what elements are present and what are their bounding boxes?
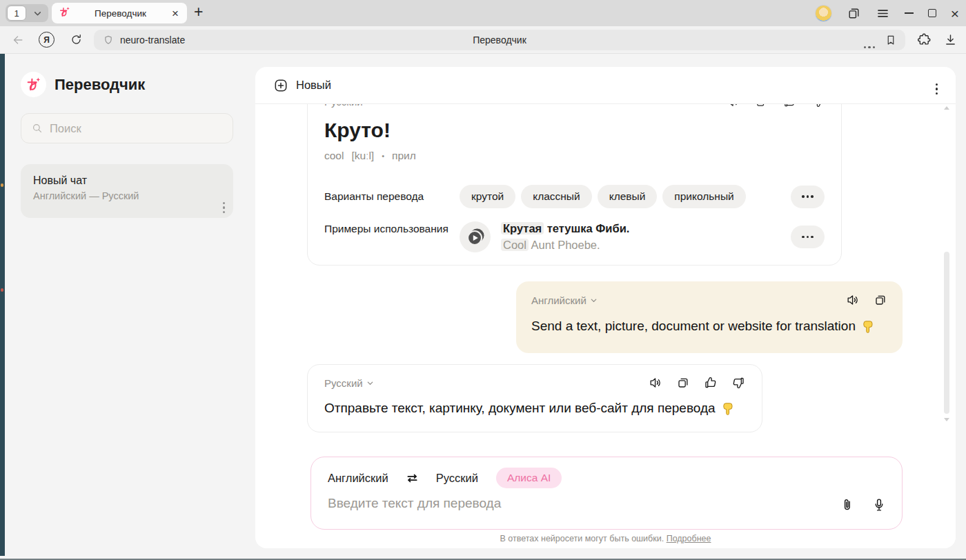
result-language-selector[interactable]: Русский xyxy=(324,104,374,108)
window-maximize-button[interactable] xyxy=(928,9,936,17)
pointing-down-emoji xyxy=(720,401,735,416)
play-example-button[interactable] xyxy=(460,221,491,252)
window-close-button[interactable]: × xyxy=(951,6,959,21)
source-language-button[interactable]: Английский xyxy=(328,472,388,485)
bot-message-text: Отправьте текст, картинку, документ или … xyxy=(324,401,735,416)
target-language-button[interactable]: Русский xyxy=(436,472,478,485)
chat-title: Новый чат xyxy=(33,174,221,187)
search-icon xyxy=(31,122,43,134)
copy-icon[interactable] xyxy=(874,293,887,307)
tab-favicon-translate-icon xyxy=(59,6,70,21)
omnibox-page-title: Переводчик xyxy=(94,34,905,46)
address-bar[interactable]: neuro-translate Переводчик xyxy=(94,30,905,50)
composer: Английский Русский Алиса AI xyxy=(310,457,903,530)
browser-toolbar: Я neuro-translate Переводчик xyxy=(0,26,966,54)
scrollbar-up-arrow[interactable] xyxy=(944,106,949,110)
variants-label: Варианты перевода xyxy=(324,190,460,203)
scrollbar-thumb[interactable] xyxy=(944,252,949,414)
scrollbar-down-arrow[interactable] xyxy=(944,418,949,421)
listen-icon[interactable] xyxy=(846,293,860,307)
bot-message-card: Русский Отправьте текст, картинку, докум… xyxy=(307,364,762,432)
variants-row: Варианты перевода крутой классный клевый… xyxy=(324,185,825,208)
thumb-down-icon[interactable] xyxy=(731,376,745,390)
variant-chip[interactable]: прикольный xyxy=(662,185,745,208)
plus-square-icon[interactable] xyxy=(273,78,288,93)
browser-titlebar: 1 Переводчик × + × xyxy=(0,0,966,26)
listen-icon[interactable] xyxy=(649,376,662,390)
tab-counter-group[interactable]: 1 xyxy=(6,4,48,22)
tab-counter[interactable]: 1 xyxy=(7,6,26,21)
headword: Круто! xyxy=(324,119,391,142)
swap-languages-icon[interactable] xyxy=(405,471,420,486)
download-icon[interactable] xyxy=(943,32,958,47)
example-text: Крутая тетушка Фиби. Cool Aunt Phoebe. xyxy=(501,222,629,252)
back-arrow-icon[interactable] xyxy=(11,33,25,47)
yandex-logo[interactable]: Я xyxy=(39,32,55,48)
chat-kebab-menu-icon[interactable] xyxy=(223,194,226,213)
more-variants-button[interactable] xyxy=(791,186,825,208)
app-title: Переводчик xyxy=(55,76,145,94)
variant-chip[interactable]: классный xyxy=(521,185,591,208)
disclaimer-link[interactable]: Подробнее xyxy=(667,534,711,543)
chat-list-item[interactable]: Новый чат Английский — Русский xyxy=(21,164,233,218)
bookmark-icon[interactable] xyxy=(885,34,897,46)
sidebar: Переводчик Новый чат Английский — Русски… xyxy=(5,54,255,556)
user-message-text: Send a text, picture, document or websit… xyxy=(531,319,875,334)
browser-side-panel-strip[interactable] xyxy=(0,54,5,556)
thumb-down-icon[interactable] xyxy=(811,104,825,108)
chat-subtitle: Английский — Русский xyxy=(33,190,221,201)
refresh-icon[interactable] xyxy=(70,33,83,46)
search-input[interactable] xyxy=(50,122,215,135)
examples-label: Примеры использования xyxy=(324,221,460,237)
copy-icon[interactable] xyxy=(676,376,690,390)
header-kebab-menu-icon[interactable] xyxy=(936,76,938,94)
chat-scroll-area[interactable]: Русский Круто! cool [kuːl] • прил Вариан… xyxy=(255,104,956,441)
browser-tab[interactable]: Переводчик × xyxy=(52,3,187,23)
new-chat-button[interactable]: Новый xyxy=(296,79,331,92)
user-message-bubble: Английский Send a text, picture, documen… xyxy=(516,281,903,353)
examples-row: Примеры использования Крутая тетушка Фиб… xyxy=(324,221,825,252)
copy-icon[interactable] xyxy=(755,104,768,108)
translate-logo xyxy=(21,72,46,97)
translate-input[interactable] xyxy=(328,496,783,511)
tab-close-icon[interactable]: × xyxy=(170,8,180,19)
transcription: [kuːl] xyxy=(351,150,374,162)
new-tab-button[interactable]: + xyxy=(194,3,203,21)
search-box[interactable] xyxy=(21,113,233,143)
paperclip-icon[interactable] xyxy=(840,497,855,512)
message-language-selector[interactable]: Русский xyxy=(324,377,374,389)
more-dots-icon[interactable] xyxy=(864,39,876,51)
example-target-highlight: Крутая xyxy=(501,222,544,234)
profile-avatar[interactable] xyxy=(815,5,832,22)
extensions-puzzle-icon[interactable] xyxy=(917,32,931,47)
chat-header: Новый xyxy=(255,67,956,104)
word-meta: cool [kuːl] • прил xyxy=(324,150,416,162)
listen-icon[interactable] xyxy=(727,104,740,108)
chat-panel: Новый Русский Круто! cool [kuːl] xyxy=(255,67,956,548)
thumb-up-icon[interactable] xyxy=(704,376,718,390)
example-source-highlight: Cool xyxy=(501,239,529,251)
translation-card: Русский Круто! cool [kuːl] • прил Вариан… xyxy=(307,104,842,266)
alice-ai-badge[interactable]: Алиса AI xyxy=(496,468,562,488)
microphone-icon[interactable] xyxy=(871,497,887,512)
more-examples-button[interactable] xyxy=(791,226,825,248)
message-language-selector[interactable]: Английский xyxy=(531,294,598,306)
variant-chip[interactable]: клевый xyxy=(598,185,658,208)
window-minimize-button[interactable] xyxy=(905,12,914,14)
source-word: cool xyxy=(324,150,344,162)
pointing-down-emoji xyxy=(860,319,875,334)
tab-title: Переводчик xyxy=(70,8,170,19)
meta-separator: • xyxy=(382,152,384,160)
variant-chip[interactable]: крутой xyxy=(460,185,515,208)
tab-panels-icon[interactable] xyxy=(847,6,861,21)
tab-list-chevron-icon[interactable] xyxy=(33,9,42,18)
disclaimer: В ответах нейросети могут быть ошибки. П… xyxy=(255,534,956,543)
menu-hamburger-icon[interactable] xyxy=(876,6,890,21)
thumb-up-icon[interactable] xyxy=(783,104,796,108)
part-of-speech: прил xyxy=(392,150,416,162)
translation-card-actions-clipped: Русский xyxy=(308,104,841,108)
